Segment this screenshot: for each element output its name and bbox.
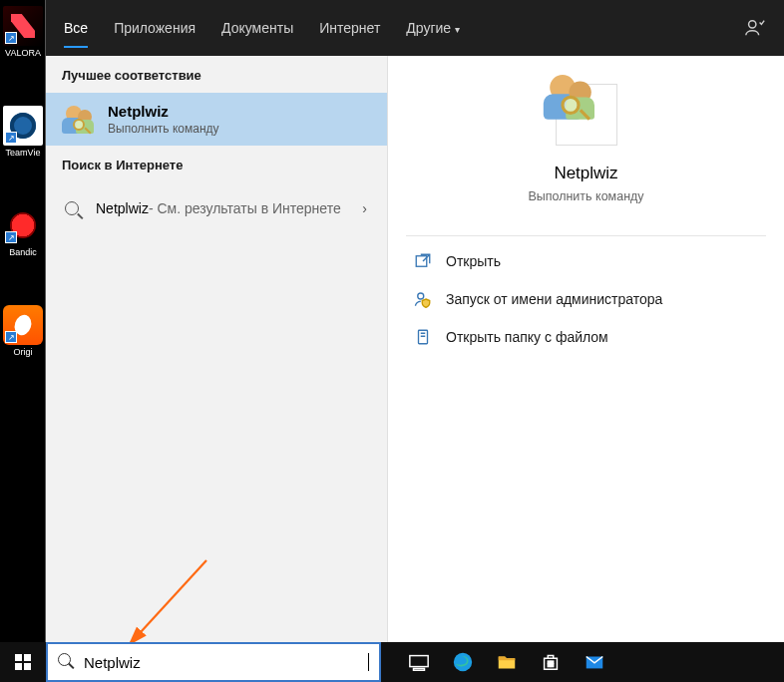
svg-rect-10	[548, 664, 550, 666]
chevron-right-icon: ›	[358, 200, 371, 216]
web-search-header: Поиск в Интернете	[46, 146, 387, 182]
desktop-icon-teamviewer[interactable]: ↗ TeamVie	[3, 106, 43, 158]
netplwiz-icon	[62, 104, 94, 136]
svg-point-0	[749, 21, 756, 28]
divider	[406, 235, 766, 236]
best-match-header: Лучшее соответствие	[46, 56, 387, 93]
taskbar-mail[interactable]	[573, 642, 616, 682]
svg-rect-1	[416, 256, 427, 267]
result-subtitle: Выполнить команду	[108, 122, 371, 136]
search-icon	[58, 653, 76, 671]
action-label: Открыть	[446, 253, 501, 269]
desktop-icon-label: TeamVie	[3, 148, 43, 158]
svg-rect-3	[419, 330, 428, 344]
desktop: ↗ VALORA ↗ TeamVie ↗ Bandic ↗ Origi	[0, 0, 46, 642]
desktop-icon-label: Origi	[3, 347, 43, 357]
search-icon	[62, 192, 82, 224]
desktop-icon-valorant[interactable]: ↗ VALORA	[3, 6, 43, 58]
tab-apps[interactable]: Приложения	[114, 16, 196, 40]
desktop-icon-bandicam[interactable]: ↗ Bandic	[3, 205, 43, 257]
search-tabs: Все Приложения Документы Интернет Другие…	[46, 0, 784, 56]
preview-column: Netplwiz Выполнить команду Открыть Запус…	[387, 56, 784, 642]
netplwiz-icon	[543, 72, 628, 158]
result-web-search[interactable]: Netplwiz - См. результаты в Интернете ›	[46, 182, 387, 234]
action-run-as-admin[interactable]: Запуск от имени администратора	[406, 280, 766, 318]
svg-rect-6	[414, 668, 425, 670]
preview-title: Netplwiz	[554, 164, 617, 183]
chevron-down-icon: ▾	[455, 24, 460, 35]
action-label: Открыть папку с файлом	[446, 329, 608, 345]
svg-point-7	[454, 653, 472, 671]
action-label: Запуск от имени администратора	[446, 291, 662, 307]
results-column: Лучшее соответствие Netplwiz Выполнить к…	[46, 56, 387, 642]
taskbar-search[interactable]	[46, 642, 381, 682]
preview-subtitle: Выполнить команду	[528, 189, 643, 203]
taskbar-taskview[interactable]	[397, 642, 441, 682]
action-open-folder[interactable]: Открыть папку с файлом	[406, 318, 766, 356]
desktop-icon-label: VALORA	[3, 48, 43, 58]
tab-documents[interactable]: Документы	[221, 16, 293, 40]
tab-all[interactable]: Все	[64, 16, 88, 48]
start-button[interactable]	[0, 642, 46, 682]
windows-icon	[15, 654, 31, 670]
result-title: Netplwiz	[108, 103, 371, 120]
shield-admin-icon	[414, 290, 432, 308]
svg-rect-9	[551, 661, 553, 663]
svg-rect-5	[410, 656, 428, 667]
preview-icon-frame	[556, 84, 617, 146]
taskbar-explorer[interactable]	[485, 642, 529, 682]
svg-point-2	[418, 293, 424, 299]
desktop-icon-origin[interactable]: ↗ Origi	[3, 305, 43, 357]
folder-icon	[414, 328, 432, 346]
text-caret	[368, 653, 369, 671]
search-panel: Все Приложения Документы Интернет Другие…	[46, 0, 784, 642]
taskbar-edge[interactable]	[441, 642, 485, 682]
action-open[interactable]: Открыть	[406, 242, 766, 280]
taskbar-store[interactable]	[529, 642, 573, 682]
taskbar	[0, 642, 784, 682]
result-title: Netplwiz	[96, 200, 149, 216]
search-input[interactable]	[84, 654, 366, 671]
desktop-icon-label: Bandic	[3, 247, 43, 257]
svg-rect-11	[551, 664, 553, 666]
svg-rect-8	[548, 661, 550, 663]
tab-more[interactable]: Другие▾	[406, 16, 460, 40]
result-suffix: - См. результаты в Интернете	[149, 200, 341, 216]
tab-internet[interactable]: Интернет	[319, 16, 380, 40]
result-best-match[interactable]: Netplwiz Выполнить команду	[46, 93, 387, 146]
open-icon	[414, 252, 432, 270]
feedback-icon[interactable]	[744, 17, 766, 39]
